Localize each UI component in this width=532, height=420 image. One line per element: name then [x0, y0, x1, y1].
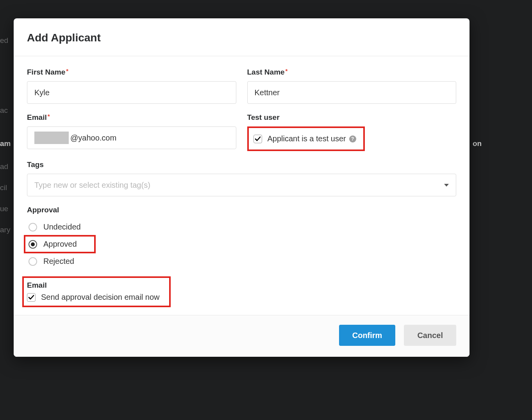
approval-radio-rejected[interactable]: Rejected [27, 253, 456, 269]
radio-label: Approved [43, 240, 77, 249]
confirm-button[interactable]: Confirm [339, 325, 396, 346]
approval-label: Approval [27, 206, 456, 214]
tags-input[interactable]: Type new or select existing tag(s) [27, 174, 456, 196]
last-name-label: Last Name* [247, 68, 457, 77]
approval-radio-undecided[interactable]: Undecided [27, 219, 456, 235]
test-user-checkbox[interactable] [254, 135, 262, 143]
last-name-input[interactable] [247, 81, 457, 104]
send-email-checkbox-label: Send approval decision email now [41, 293, 160, 302]
modal-title: Add Applicant [27, 32, 456, 44]
radio-icon [29, 223, 37, 231]
bg-text: ad [0, 162, 8, 171]
required-asterisk: * [66, 68, 68, 74]
test-user-checkbox-label: Applicant is a test user ? [268, 134, 356, 143]
approval-radio-approved[interactable]: Approved [27, 237, 79, 251]
help-icon[interactable]: ? [349, 135, 356, 142]
radio-icon [29, 257, 37, 266]
required-asterisk: * [286, 68, 288, 74]
send-email-checkbox[interactable] [27, 293, 36, 302]
test-user-highlight: Applicant is a test user ? [247, 126, 365, 151]
bg-text: ue [0, 205, 8, 213]
cancel-button[interactable]: Cancel [404, 325, 456, 346]
check-icon [255, 136, 261, 142]
first-name-label: First Name* [27, 68, 236, 77]
bg-text: ed [0, 36, 8, 45]
required-asterisk: * [48, 113, 50, 119]
bg-text: ary [0, 226, 10, 234]
bg-text: ac [0, 106, 8, 115]
bg-text: am [0, 139, 11, 148]
radio-label: Undecided [43, 222, 81, 231]
modal-footer: Confirm Cancel [14, 315, 470, 357]
first-name-input[interactable] [27, 81, 236, 104]
add-applicant-modal: Add Applicant First Name* Last Name* Ema… [14, 18, 470, 357]
email-domain: @yahoo.com [70, 133, 116, 142]
approval-highlight: Approved [24, 235, 96, 253]
send-email-highlight: Email Send approval decision email now [22, 276, 171, 307]
tags-placeholder: Type new or select existing tag(s) [34, 181, 150, 190]
email-redacted [34, 132, 69, 144]
email-input[interactable]: @yahoo.com [27, 126, 236, 149]
send-email-section-label: Email [27, 281, 160, 290]
bg-text: cil [0, 183, 7, 192]
radio-label: Rejected [43, 257, 74, 266]
email-label: Email* [27, 113, 236, 122]
bg-text: on [473, 139, 482, 148]
chevron-down-icon [444, 184, 449, 187]
test-user-label: Test user [247, 113, 457, 122]
modal-body: First Name* Last Name* Email* @yahoo.com [14, 56, 470, 315]
check-icon [28, 294, 34, 301]
tags-label: Tags [27, 160, 456, 169]
modal-header: Add Applicant [14, 18, 470, 56]
radio-icon [29, 240, 37, 249]
